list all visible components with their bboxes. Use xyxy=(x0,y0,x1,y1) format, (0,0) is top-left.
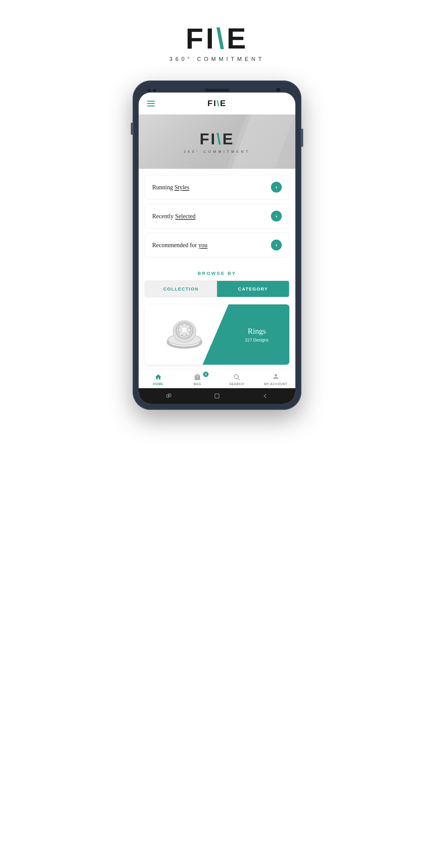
brand-tagline: 360° COMMITMENT xyxy=(169,56,265,62)
hero-banner: FI\E 360° COMMITMENT xyxy=(138,115,296,169)
bag-label: BAG xyxy=(193,382,201,386)
home-icon xyxy=(154,373,162,381)
recently-selected-underline: Selected xyxy=(175,213,195,219)
browse-tabs: COLLECTION CATEGORY xyxy=(145,281,289,297)
running-styles-underline: Styles xyxy=(175,184,189,190)
hero-logo-slash: \ xyxy=(217,130,222,148)
svg-point-11 xyxy=(180,333,182,335)
recently-selected-item[interactable]: Recently Selected xyxy=(145,204,289,228)
nav-bag[interactable]: 4 BAG xyxy=(178,373,217,386)
recently-selected-label: Recently Selected xyxy=(152,213,195,220)
collection-tab-label: COLLECTION xyxy=(163,286,199,291)
phone-selfie-camera xyxy=(276,88,280,92)
bag-icon xyxy=(193,373,202,381)
android-home-btn[interactable] xyxy=(213,393,221,400)
product-count: 227 Designs xyxy=(245,338,269,342)
hamburger-line-1 xyxy=(147,101,155,101)
product-info: Rings 227 Designs xyxy=(224,304,289,365)
account-icon xyxy=(272,373,280,381)
product-section: Rings 227 Designs xyxy=(138,300,296,365)
svg-point-8 xyxy=(183,333,186,336)
phone-frame: FI\E FI\E 360° COMMITMENT Running Styles xyxy=(133,81,301,410)
svg-point-7 xyxy=(183,324,186,327)
running-styles-label: Running Styles xyxy=(152,184,189,191)
bottom-nav: HOME 4 BAG xyxy=(138,369,296,388)
hamburger-line-3 xyxy=(147,105,155,106)
phone-volume-button xyxy=(131,123,133,135)
running-styles-arrow[interactable] xyxy=(271,182,282,193)
tab-category[interactable]: CATEGORY xyxy=(217,281,289,297)
android-back-recent[interactable] xyxy=(165,393,173,400)
camera-dot-1 xyxy=(148,89,151,92)
logo-slash: \ xyxy=(216,24,227,53)
home-label: HOME xyxy=(153,382,163,386)
menu-button[interactable] xyxy=(147,101,155,106)
tab-collection[interactable]: COLLECTION xyxy=(145,281,217,297)
phone-power-button xyxy=(301,129,303,147)
product-ring-image-area xyxy=(145,304,224,365)
ring-svg xyxy=(163,318,206,351)
nav-account[interactable]: MY ACCOUNT xyxy=(256,373,296,386)
camera-dot-2 xyxy=(153,89,156,92)
hamburger-line-2 xyxy=(147,103,155,104)
browse-by-title: BROWSE BY xyxy=(145,271,289,276)
svg-line-15 xyxy=(238,378,240,380)
app-header: FI\E xyxy=(138,93,296,115)
svg-rect-18 xyxy=(215,394,219,398)
top-brand-logo: FI\E 360° COMMITMENT xyxy=(169,24,265,62)
recommended-label: Recommended for you xyxy=(152,242,207,249)
browse-section: BROWSE BY COLLECTION CATEGORY xyxy=(138,265,296,300)
app-header-logo: FI\E xyxy=(207,98,226,108)
hero-logo: FI\E xyxy=(199,130,234,148)
svg-point-9 xyxy=(180,325,182,328)
account-label: MY ACCOUNT xyxy=(264,382,287,386)
category-tab-label: CATEGORY xyxy=(238,286,268,291)
svg-point-6 xyxy=(187,328,191,332)
recommended-underline: you xyxy=(198,242,207,248)
android-bottom-bar xyxy=(138,388,296,404)
android-back-btn[interactable] xyxy=(261,393,269,400)
bag-badge: 4 xyxy=(203,372,209,377)
phone-speaker-grille xyxy=(205,89,229,91)
nav-search[interactable]: SEARCH xyxy=(217,373,256,386)
svg-point-10 xyxy=(187,325,189,328)
phone-notch xyxy=(138,87,296,91)
product-name: Rings xyxy=(248,327,266,336)
nav-home[interactable]: HOME xyxy=(138,373,178,386)
phone-screen: FI\E FI\E 360° COMMITMENT Running Styles xyxy=(138,93,296,404)
recommended-item[interactable]: Recommended for you xyxy=(145,233,289,257)
recommended-arrow[interactable] xyxy=(271,240,282,250)
svg-point-14 xyxy=(234,375,239,379)
svg-point-12 xyxy=(187,333,189,335)
phone-front-cameras xyxy=(148,89,156,92)
page-wrapper: FI\E 360° COMMITMENT xyxy=(99,18,335,410)
svg-point-5 xyxy=(178,328,182,332)
menu-section: Running Styles Recently Selected Recomme… xyxy=(138,169,296,265)
header-logo-slash: \ xyxy=(217,98,220,108)
running-styles-item[interactable]: Running Styles xyxy=(145,175,289,199)
svg-point-13 xyxy=(181,327,186,332)
brand-logo-text: FI\E xyxy=(186,24,248,53)
rings-product-card[interactable]: Rings 227 Designs xyxy=(145,304,289,365)
hero-tagline: 360° COMMITMENT xyxy=(184,150,250,153)
search-icon xyxy=(232,373,241,381)
search-label: SEARCH xyxy=(229,382,244,386)
recently-selected-arrow[interactable] xyxy=(271,211,282,221)
